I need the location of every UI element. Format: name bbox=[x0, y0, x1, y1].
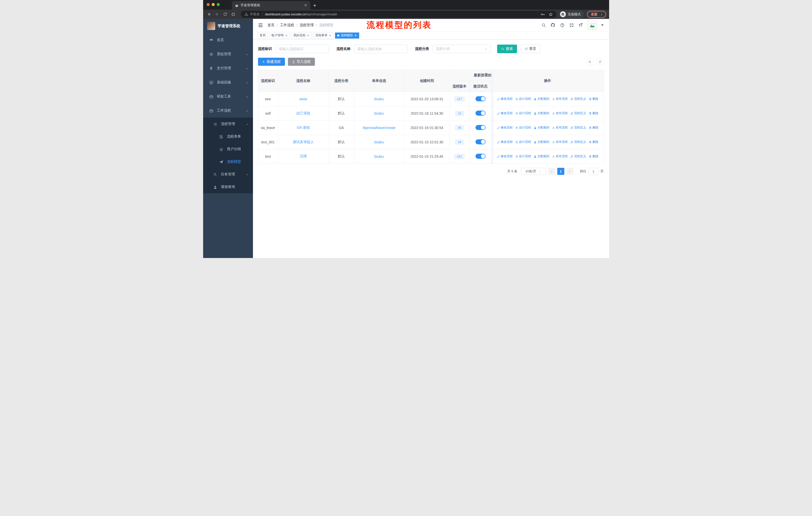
design-process-link[interactable]: 设计流程 bbox=[515, 126, 531, 130]
modify-process-link[interactable]: 修改流程 bbox=[497, 140, 513, 144]
sidebar-item-system[interactable]: 系统管理 bbox=[203, 47, 253, 61]
design-process-link[interactable]: 设计流程 bbox=[515, 111, 531, 115]
tab-close-icon[interactable]: ✕ bbox=[304, 3, 307, 7]
browser-tab[interactable]: 芋道管理系统 ✕ bbox=[232, 1, 310, 9]
publish-process-link[interactable]: 发布流程 bbox=[552, 97, 568, 101]
sidebar-item-devtools[interactable]: 研发工具 bbox=[203, 89, 253, 104]
form-info-link[interactable]: biubiu bbox=[374, 111, 384, 115]
version-badge[interactable]: v21 bbox=[454, 154, 465, 159]
page-size-select[interactable]: 10条/页 bbox=[521, 168, 546, 175]
design-process-link[interactable]: 设计流程 bbox=[515, 140, 531, 144]
process-definition-link[interactable]: 流程定义 bbox=[570, 97, 586, 101]
forward-icon[interactable] bbox=[214, 11, 220, 18]
publish-process-link[interactable]: 发布流程 bbox=[552, 111, 568, 115]
tag-tenant[interactable]: 租户管理✕ bbox=[269, 32, 290, 38]
prev-page-button[interactable] bbox=[548, 168, 555, 175]
sidebar-item-payment[interactable]: ¥ 支付管理 bbox=[203, 61, 253, 75]
delete-link[interactable]: 删除 bbox=[589, 111, 599, 115]
modify-process-link[interactable]: 修改流程 bbox=[497, 126, 513, 130]
publish-process-link[interactable]: 发布流程 bbox=[552, 126, 568, 130]
key-icon[interactable] bbox=[541, 12, 545, 17]
sidebar-item-leave-query[interactable]: 请假查询 bbox=[203, 181, 253, 193]
version-badge[interactable]: v17 bbox=[454, 97, 465, 102]
font-size-icon[interactable] bbox=[578, 23, 583, 28]
tag-process-form[interactable]: 流程表单✕ bbox=[313, 32, 334, 38]
back-icon[interactable] bbox=[206, 11, 212, 18]
reset-button[interactable]: 重置 bbox=[521, 45, 541, 53]
help-icon[interactable] bbox=[560, 23, 565, 28]
process-definition-link[interactable]: 流程定义 bbox=[570, 111, 586, 115]
form-info-link[interactable]: biubiu bbox=[374, 140, 384, 144]
active-toggle[interactable] bbox=[475, 111, 486, 116]
close-window-button[interactable] bbox=[207, 3, 210, 6]
zoom-window-button[interactable] bbox=[217, 3, 220, 6]
breadcrumb-item[interactable]: 流程管理 bbox=[299, 23, 314, 27]
version-badge[interactable]: v4 bbox=[455, 140, 464, 145]
sidebar-item-process-form[interactable]: 流程表单 bbox=[203, 130, 253, 143]
form-info-link[interactable]: biubiu bbox=[374, 97, 384, 101]
delete-link[interactable]: 删除 bbox=[589, 97, 599, 101]
assign-rule-link[interactable]: 分配规则 bbox=[533, 111, 549, 115]
close-icon[interactable]: ✕ bbox=[285, 34, 288, 37]
delete-link[interactable]: 删除 bbox=[589, 154, 599, 159]
process-key-input[interactable] bbox=[276, 45, 329, 53]
delete-link[interactable]: 删除 bbox=[589, 140, 599, 144]
assign-rule-link[interactable]: 分配规则 bbox=[533, 126, 549, 130]
sidebar-item-workflow[interactable]: 工作流程 bbox=[203, 104, 253, 118]
publish-process-link[interactable]: 发布流程 bbox=[552, 154, 568, 159]
modify-process-link[interactable]: 修改流程 bbox=[497, 154, 513, 159]
process-category-select[interactable]: 流程分类 bbox=[433, 45, 491, 53]
version-badge[interactable]: v5 bbox=[455, 125, 464, 130]
home-icon[interactable] bbox=[230, 11, 236, 18]
modify-process-link[interactable]: 修改流程 bbox=[497, 97, 513, 101]
reload-icon[interactable] bbox=[222, 11, 228, 18]
process-name-link[interactable]: 测试多审批人 bbox=[293, 140, 314, 144]
close-icon[interactable]: ✕ bbox=[307, 34, 310, 37]
form-info-link[interactable]: biubiu bbox=[374, 155, 384, 159]
active-toggle[interactable] bbox=[475, 125, 486, 130]
search-button[interactable]: 搜索 bbox=[497, 45, 517, 53]
form-info-link[interactable]: /bpm/oa/leave/create bbox=[363, 126, 396, 130]
modify-process-link[interactable]: 修改流程 bbox=[497, 111, 513, 115]
tag-my-process[interactable]: 我的流程✕ bbox=[291, 32, 312, 38]
tag-process-model[interactable]: 流程模型✕ bbox=[335, 32, 359, 38]
github-icon[interactable] bbox=[550, 23, 555, 28]
sidebar-item-process-management[interactable]: 流程管理 bbox=[203, 118, 253, 130]
assign-rule-link[interactable]: 分配规则 bbox=[533, 140, 549, 144]
create-process-button[interactable]: 新建流程 bbox=[258, 58, 285, 66]
active-toggle[interactable] bbox=[475, 154, 486, 159]
close-icon[interactable]: ✕ bbox=[329, 34, 331, 37]
fullscreen-icon[interactable] bbox=[569, 23, 574, 28]
breadcrumb-item[interactable]: 首页 bbox=[267, 23, 274, 27]
toggle-search-button[interactable] bbox=[586, 58, 594, 65]
goto-page-input[interactable] bbox=[588, 168, 599, 175]
design-process-link[interactable]: 设计流程 bbox=[515, 97, 531, 101]
process-name-link[interactable]: OA 请假 bbox=[297, 126, 310, 130]
sidebar-item-home[interactable]: 首页 bbox=[203, 33, 253, 47]
active-toggle[interactable] bbox=[475, 96, 486, 101]
version-badge[interactable]: v2 bbox=[455, 111, 464, 116]
import-process-button[interactable]: 导入流程 bbox=[288, 58, 315, 66]
refresh-table-button[interactable] bbox=[596, 58, 604, 65]
new-tab-button[interactable]: + bbox=[313, 3, 316, 8]
process-definition-link[interactable]: 流程定义 bbox=[570, 154, 586, 159]
bookmark-star-icon[interactable] bbox=[548, 12, 553, 17]
sidebar-item-user-group[interactable]: 用户分组 bbox=[203, 143, 253, 156]
tag-home[interactable]: 首页 bbox=[258, 32, 268, 38]
next-page-button[interactable] bbox=[566, 168, 573, 175]
process-name-link[interactable]: eeee bbox=[299, 97, 307, 101]
publish-process-link[interactable]: 发布流程 bbox=[552, 140, 568, 144]
design-process-link[interactable]: 设计流程 bbox=[515, 154, 531, 159]
process-name-link[interactable]: 自己审批 bbox=[296, 111, 310, 115]
process-name-input[interactable] bbox=[354, 45, 407, 53]
update-browser-button[interactable]: 更新 bbox=[587, 11, 606, 18]
active-toggle[interactable] bbox=[475, 139, 486, 144]
user-avatar[interactable] bbox=[588, 21, 597, 30]
minimize-window-button[interactable] bbox=[212, 3, 215, 6]
process-definition-link[interactable]: 流程定义 bbox=[570, 140, 586, 144]
search-icon[interactable] bbox=[541, 23, 546, 28]
caret-down-icon[interactable] bbox=[601, 24, 604, 26]
address-bar[interactable]: 不安全 dashboard.yudao.iocoder.cn/bpm/manag… bbox=[241, 11, 556, 18]
close-icon[interactable]: ✕ bbox=[354, 34, 357, 37]
sidebar-item-task-management[interactable]: 任务管理 bbox=[203, 168, 253, 181]
